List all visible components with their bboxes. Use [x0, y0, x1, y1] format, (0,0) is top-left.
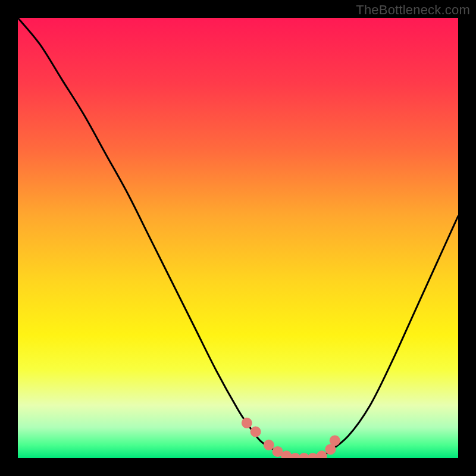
curve-marker [250, 427, 261, 437]
curve-markers [242, 418, 340, 458]
plot-area [18, 18, 458, 458]
curve-line [18, 18, 458, 458]
chart-frame: TheBottleneck.com [0, 0, 476, 476]
curve-marker [317, 450, 327, 458]
curve-marker [264, 440, 274, 450]
attribution-text: TheBottleneck.com [356, 2, 470, 18]
curve-marker [242, 418, 252, 428]
curve-marker [330, 435, 340, 446]
bottleneck-curve [18, 18, 458, 458]
